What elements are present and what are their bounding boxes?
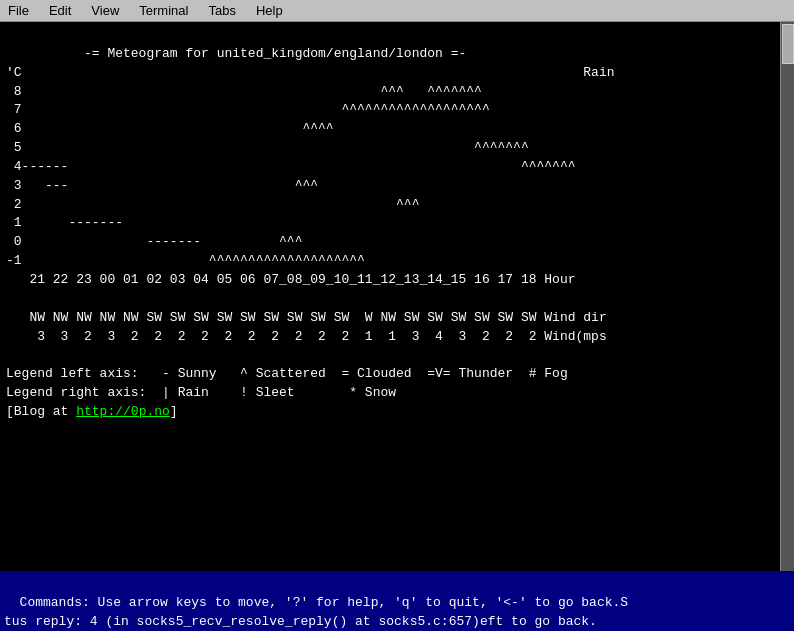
blog-link[interactable]: http://0p.no (76, 404, 170, 419)
line-8: 8 ^^^ ^^^^^^^ (6, 84, 482, 99)
scrollbar-thumb[interactable] (782, 24, 794, 64)
line-6: 6 ^^^^ (6, 121, 334, 136)
menu-help[interactable]: Help (252, 1, 287, 20)
legend-right: Legend right axis: | Rain ! Sleet * Snow (6, 385, 396, 400)
status-line2: tus reply: 4 (in socks5_recv_resolve_rep… (4, 614, 597, 629)
line-c: 'C Rain (6, 65, 615, 80)
line-2: 2 ^^^ (6, 197, 419, 212)
title-line: -= Meteogram for united_kingdom/england/… (6, 46, 466, 61)
legend-left: Legend left axis: - Sunny ^ Scattered = … (6, 366, 568, 381)
menu-file[interactable]: File (4, 1, 33, 20)
line-neg1: -1 ^^^^^^^^^^^^^^^^^^^^ (6, 253, 365, 268)
menu-view[interactable]: View (87, 1, 123, 20)
line-7: 7 ^^^^^^^^^^^^^^^^^^^ (6, 102, 490, 117)
hour-axis: 21 22 23 00 01 02 03 04 05 06 07_08_09_1… (6, 272, 576, 287)
line-5: 5 ^^^^^^^ (6, 140, 529, 155)
line-1: 1 ------- (6, 215, 123, 230)
menu-terminal[interactable]: Terminal (135, 1, 192, 20)
line-3: 3 --- ^^^ (6, 178, 318, 193)
statusbar: Commands: Use arrow keys to move, '?' fo… (0, 571, 794, 631)
menubar: File Edit View Terminal Tabs Help (0, 0, 794, 22)
terminal-area: -= Meteogram for united_kingdom/england/… (0, 22, 794, 571)
wind-mps: 3 3 2 3 2 2 2 2 2 2 2 2 2 2 1 1 3 4 3 2 … (6, 329, 607, 344)
status-line1: Commands: Use arrow keys to move, '?' fo… (20, 595, 629, 610)
line-0: 0 ------- ^^^ (6, 234, 302, 249)
scrollbar[interactable] (780, 22, 794, 571)
blank1 (6, 291, 14, 306)
menu-tabs[interactable]: Tabs (204, 1, 239, 20)
menu-edit[interactable]: Edit (45, 1, 75, 20)
wind-dir: NW NW NW NW NW SW SW SW SW SW SW SW SW S… (6, 310, 607, 325)
line-4: 4------ ^^^^^^^ (6, 159, 576, 174)
blank2 (6, 347, 14, 362)
blog-line: [Blog at http://0p.no] (6, 404, 178, 419)
